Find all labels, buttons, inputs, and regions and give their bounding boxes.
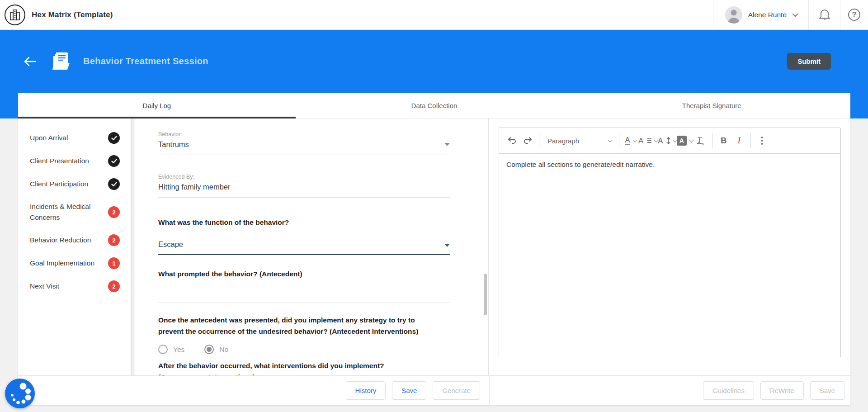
accessibility-dots-icon — [5, 379, 35, 408]
narrative-save-button[interactable]: Save — [810, 381, 844, 400]
behavior-label: Behavior: — [158, 131, 450, 137]
back-button[interactable] — [22, 53, 38, 70]
history-button[interactable]: History — [346, 381, 386, 400]
page-title: Behavior Treatment Session — [83, 56, 208, 66]
top-bar: Hex Matrix (Template) Alene Runte ? — [0, 0, 868, 30]
chevron-down-icon — [444, 143, 450, 146]
count-badge: 2 — [108, 206, 120, 218]
intervention-question: Once the antecedent was presented, did y… — [158, 314, 423, 337]
submit-button[interactable]: Submit — [787, 53, 831, 70]
font-color-button[interactable]: A — [623, 133, 638, 149]
guidelines-button[interactable]: Guidelines — [703, 381, 754, 400]
function-question: What was the function of the behavior? — [158, 217, 450, 228]
font-size-button[interactable]: A — [638, 133, 658, 149]
save-button[interactable]: Save — [392, 381, 426, 400]
sidebar-item-client-presentation[interactable]: Client Presentation — [30, 155, 120, 167]
accessibility-widget-button[interactable] — [5, 379, 35, 408]
form-panel: Behavior: Tantrums Evidenced By: Hitting… — [131, 118, 488, 375]
narrative-actions: Guidelines ReWrite Save — [490, 376, 850, 405]
arrow-left-icon — [24, 56, 36, 67]
check-badge — [108, 155, 120, 167]
bold-button[interactable]: B — [716, 133, 731, 149]
form-actions: History Save Generate — [18, 376, 490, 405]
sidebar-item-behavior-reduction[interactable]: Behavior Reduction 2 — [30, 234, 120, 246]
tab-data-collection[interactable]: Data Collection — [296, 93, 573, 118]
action-bar: History Save Generate Guidelines ReWrite… — [18, 375, 850, 405]
document-folder-icon — [49, 49, 72, 74]
tab-daily-log[interactable]: Daily Log — [18, 93, 296, 118]
tab-bar: Daily Log Data Collection Therapist Sign… — [18, 93, 850, 118]
tab-therapist-signature[interactable]: Therapist Signature — [573, 93, 850, 118]
clear-format-button[interactable]: Tx — [693, 133, 708, 149]
count-badge: 1 — [108, 257, 120, 269]
user-name: Alene Runte — [748, 11, 787, 19]
line-height-button[interactable]: A — [658, 133, 676, 149]
intervention-radio-group: Yes No — [158, 345, 450, 354]
editor-toolbar: Paragraph A A A — [499, 128, 840, 154]
sidebar-item-incidents-medical[interactable]: Incidents & Medical Concerns 2 — [30, 201, 120, 223]
more-options-button[interactable] — [755, 133, 770, 149]
radio-circle-icon — [158, 345, 168, 354]
avatar — [725, 6, 742, 24]
function-select[interactable]: Escape — [158, 240, 450, 255]
radio-yes[interactable]: Yes — [158, 345, 184, 354]
check-badge — [108, 178, 120, 190]
rich-text-editor: Paragraph A A A — [499, 128, 841, 357]
sidebar-item-client-participation[interactable]: Client Participation — [30, 178, 120, 190]
consequence-question: After the behavior occurred, what interv… — [158, 360, 411, 375]
undo-button[interactable] — [505, 133, 520, 149]
narrative-panel: Paragraph A A A — [488, 118, 850, 375]
behavior-select[interactable]: Tantrums — [158, 140, 450, 155]
sidebar-item-upon-arrival[interactable]: Upon Arrival — [30, 132, 120, 144]
chevron-down-icon — [608, 138, 613, 142]
help-button[interactable]: ? — [840, 0, 868, 29]
chevron-down-icon — [793, 11, 798, 17]
app-title: Hex Matrix (Template) — [32, 10, 113, 19]
count-badge: 2 — [108, 234, 120, 246]
radio-no[interactable]: No — [204, 345, 228, 354]
count-badge: 2 — [108, 280, 120, 292]
chevron-down-icon — [632, 138, 637, 142]
italic-button[interactable]: I — [731, 133, 747, 149]
main-card: Daily Log Data Collection Therapist Sign… — [18, 93, 850, 405]
antecedent-question: What prompted the behavior? (Antecedent) — [158, 268, 450, 279]
user-menu[interactable]: Alene Runte — [713, 0, 808, 29]
kebab-menu-icon — [761, 137, 763, 145]
evidenced-by-input[interactable]: Hitting family member — [158, 183, 450, 198]
narrative-text-area[interactable]: Complete all sections to generate/edit n… — [499, 154, 840, 357]
rewrite-button[interactable]: ReWrite — [760, 381, 804, 400]
chevron-down-icon — [444, 244, 450, 247]
notifications-button[interactable] — [808, 0, 840, 29]
highlight-color-button[interactable]: A — [677, 133, 693, 149]
antecedent-input[interactable] — [158, 279, 450, 303]
redo-button[interactable] — [520, 133, 535, 149]
question-mark-icon: ? — [848, 9, 860, 21]
bell-icon — [818, 8, 831, 22]
radio-circle-icon — [204, 345, 214, 354]
section-sidebar: Upon Arrival Client Presentation Client … — [18, 118, 131, 375]
form-scrollbar[interactable] — [484, 274, 487, 315]
generate-button[interactable]: Generate — [433, 381, 480, 400]
sidebar-item-goal-implementation[interactable]: Goal Implementation 1 — [30, 257, 120, 269]
paragraph-style-dropdown[interactable]: Paragraph — [543, 133, 615, 149]
sidebar-item-next-visit[interactable]: Next Visit 2 — [30, 280, 120, 292]
app-logo-icon — [5, 5, 25, 25]
check-badge — [108, 132, 120, 144]
evidenced-by-label: Evidenced By: — [158, 174, 450, 180]
